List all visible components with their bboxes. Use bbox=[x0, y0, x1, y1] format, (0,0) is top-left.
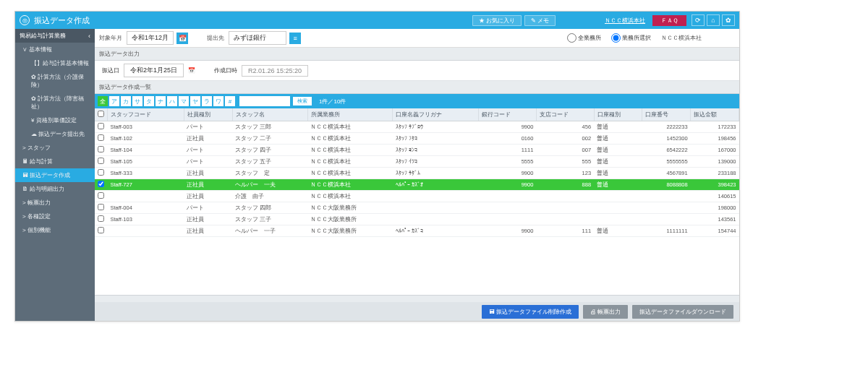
table-row[interactable]: Staff-103正社員スタッフ 三子ＮＣＣ大阪業務所143561 bbox=[95, 214, 739, 225]
download-button[interactable]: 振込データファイルダウンロード bbox=[632, 305, 733, 319]
cell: ＮＣＣ横浜本社 bbox=[307, 168, 392, 179]
kana-マ[interactable]: マ bbox=[179, 96, 189, 106]
cell: Staff-333 bbox=[108, 168, 184, 179]
col-header-10[interactable]: 振込金額 bbox=[691, 108, 739, 121]
sidebar-item-7[interactable]: 🖩 給与計算 bbox=[15, 155, 95, 168]
table-row[interactable]: Staff-333正社員スタッフ 定ＮＣＣ横浜本社ｽﾀｯﾌ ｻﾀﾞﾑ990012… bbox=[95, 168, 739, 179]
kana-カ[interactable]: カ bbox=[121, 96, 131, 106]
col-header-2[interactable]: 社員種別 bbox=[184, 108, 232, 121]
row-checkbox[interactable] bbox=[98, 158, 104, 164]
sidebar-header[interactable]: 簡易給与計算業務 ‹ bbox=[15, 29, 95, 43]
kana-タ[interactable]: タ bbox=[144, 96, 154, 106]
kana-サ[interactable]: サ bbox=[132, 96, 142, 106]
refresh-icon[interactable]: ⟳ bbox=[692, 14, 705, 26]
row-checkbox[interactable] bbox=[98, 204, 104, 210]
transfer-date-calendar-icon[interactable]: 📅 bbox=[188, 67, 195, 74]
cell: スタッフ 五子 bbox=[232, 156, 307, 168]
cell: 002 bbox=[536, 133, 594, 145]
dest-lookup-icon[interactable]: ≡ bbox=[289, 33, 301, 44]
table-row[interactable]: Staff-727正社員ヘルパー 一夫ＮＣＣ横浜本社ﾍﾙﾊﾟｰ ｶｽﾞｵ9900… bbox=[95, 179, 739, 191]
output-params-row: 振込日 令和2年1月25日 📅 作成日時 R2.01.26 15:25:20 bbox=[95, 61, 739, 81]
faq-button[interactable]: ＦＡＱ bbox=[652, 15, 686, 26]
cell: 正社員 bbox=[184, 133, 232, 145]
col-header-1[interactable]: スタッフコード bbox=[108, 108, 184, 121]
sidebar-item-2[interactable]: ✿ 計算方法（介護保険） bbox=[15, 70, 95, 92]
table-row[interactable]: Staff-004パートスタッフ 四郎ＮＣＣ大阪業務所198000 bbox=[95, 202, 739, 214]
sidebar-item-8[interactable]: 🖬 振込データ作成 bbox=[15, 168, 95, 182]
print-button[interactable]: 🖨 帳票出力 bbox=[583, 305, 628, 319]
row-checkbox[interactable] bbox=[98, 227, 104, 233]
sidebar-item-3[interactable]: ✿ 計算方法（障害福祉） bbox=[15, 92, 95, 113]
sidebar-item-10[interactable]: > 帳票出力 bbox=[15, 196, 95, 210]
radio-select-office[interactable]: 業務所選択 bbox=[611, 33, 651, 43]
table-row[interactable]: Staff-104パートスタッフ 四子ＮＣＣ横浜本社ｽﾀｯﾌ ﾖﾝｺ111100… bbox=[95, 145, 739, 156]
company-link[interactable]: ＮＣＣ横浜本社 bbox=[605, 17, 645, 25]
row-checkbox[interactable] bbox=[98, 123, 104, 129]
kana-全[interactable]: 全 bbox=[98, 96, 108, 106]
col-header-7[interactable]: 支店コード bbox=[536, 108, 594, 121]
sidebar-item-6[interactable]: > スタッフ bbox=[15, 141, 95, 155]
kana-ラ[interactable]: ラ bbox=[202, 96, 212, 106]
sidebar-item-0[interactable]: ∨ 基本情報 bbox=[15, 43, 95, 56]
period-value[interactable]: 令和1年12月 bbox=[127, 31, 174, 45]
favorite-button[interactable]: ★ お気に入り bbox=[472, 15, 522, 26]
sidebar-item-11[interactable]: > 各種設定 bbox=[15, 210, 95, 223]
cell: ＮＣＣ大阪業務所 bbox=[307, 202, 392, 214]
horizontal-scrollbar[interactable] bbox=[95, 295, 739, 302]
row-checkbox[interactable] bbox=[98, 169, 104, 176]
memo-button[interactable]: ✎ メモ bbox=[524, 15, 556, 26]
home-icon[interactable]: ⌂ bbox=[707, 14, 720, 26]
dest-label: 提出先 bbox=[207, 34, 224, 42]
col-header-9[interactable]: 口座番号 bbox=[642, 108, 691, 121]
table-row[interactable]: 正社員ヘルパー 一子ＮＣＣ大阪業務所ﾍﾙﾊﾟｰ ｶｽﾞｺ9900111普通111… bbox=[95, 225, 739, 237]
search-button[interactable]: 検索 bbox=[293, 97, 312, 106]
cell: 555 bbox=[536, 156, 594, 168]
kana-ワ[interactable]: ワ bbox=[213, 96, 224, 106]
row-checkbox[interactable] bbox=[98, 192, 104, 199]
data-grid[interactable]: スタッフコード社員種別スタッフ名所属業務所口座名義フリガナ銀行コード支店コード口… bbox=[95, 108, 739, 295]
search-input[interactable] bbox=[239, 96, 290, 106]
settings-icon[interactable]: ✿ bbox=[722, 14, 735, 26]
row-checkbox[interactable] bbox=[98, 181, 104, 187]
col-header-6[interactable]: 銀行コード bbox=[479, 108, 537, 121]
col-header-4[interactable]: 所属業務所 bbox=[307, 108, 392, 121]
sidebar-item-12[interactable]: > 個別機能 bbox=[15, 223, 95, 237]
transfer-date-value[interactable]: 令和2年1月25日 bbox=[124, 64, 184, 77]
cell bbox=[536, 214, 594, 225]
kana-#[interactable]: # bbox=[225, 96, 235, 106]
radio-all-offices[interactable]: 全業務所 bbox=[567, 33, 601, 43]
row-checkbox[interactable] bbox=[98, 134, 104, 141]
cell: 007 bbox=[536, 145, 594, 156]
table-row[interactable]: Staff-102正社員スタッフ 二子ＮＣＣ横浜本社ｽﾀｯﾌ ﾌﾀｺ016000… bbox=[95, 133, 739, 145]
chevron-left-icon[interactable]: ‹ bbox=[88, 33, 90, 40]
row-checkbox[interactable] bbox=[98, 215, 104, 222]
kana-ハ[interactable]: ハ bbox=[167, 96, 177, 106]
footer-bar: 🖬 振込データファイル削除作成 🖨 帳票出力 振込データファイルダウンロード bbox=[95, 302, 739, 321]
row-checkbox[interactable] bbox=[98, 146, 104, 152]
cell: 正社員 bbox=[184, 214, 232, 225]
select-all-checkbox[interactable] bbox=[98, 111, 104, 117]
filter-bar: 対象年月 令和1年12月 📅 提出先 みずほ銀行 ≡ 全業務所 業務所選択 ＮＣ… bbox=[95, 29, 739, 48]
sidebar-item-4[interactable]: ¥ 資格別単価設定 bbox=[15, 113, 95, 127]
create-file-button[interactable]: 🖬 振込データファイル削除作成 bbox=[482, 305, 579, 319]
col-header-0[interactable] bbox=[95, 108, 108, 121]
table-row[interactable]: 正社員介護 由子ＮＣＣ横浜本社140615 bbox=[95, 191, 739, 202]
kana-ヤ[interactable]: ヤ bbox=[190, 96, 200, 106]
dest-value[interactable]: みずほ銀行 bbox=[229, 31, 286, 45]
cell: 正社員 bbox=[184, 191, 232, 202]
table-row[interactable]: Staff-105パートスタッフ 五子ＮＣＣ横浜本社ｽﾀｯﾌ ｲﾂｺ555555… bbox=[95, 156, 739, 168]
cell: 2222233 bbox=[642, 121, 691, 133]
cell: ｽﾀｯﾌ ﾌﾀｺ bbox=[393, 133, 479, 145]
col-header-3[interactable]: スタッフ名 bbox=[232, 108, 307, 121]
kana-ナ[interactable]: ナ bbox=[156, 96, 166, 106]
cell: ﾍﾙﾊﾟｰ ｶｽﾞｵ bbox=[393, 179, 479, 191]
sidebar-item-1[interactable]: 【】給与計算基本情報 bbox=[15, 56, 95, 70]
col-header-8[interactable]: 口座種別 bbox=[594, 108, 642, 121]
kana-ア[interactable]: ア bbox=[109, 96, 119, 106]
cell: 233188 bbox=[691, 168, 739, 179]
sidebar-item-5[interactable]: ☁ 振込データ提出先 bbox=[15, 127, 95, 141]
period-calendar-icon[interactable]: 📅 bbox=[176, 33, 188, 44]
table-row[interactable]: Staff-003パートスタッフ 三郎ＮＣＣ横浜本社ｽﾀｯﾌ ｻﾌﾞﾛｳ9900… bbox=[95, 121, 739, 133]
sidebar-item-9[interactable]: 🗎 給与明細出力 bbox=[15, 182, 95, 196]
col-header-5[interactable]: 口座名義フリガナ bbox=[393, 108, 479, 121]
